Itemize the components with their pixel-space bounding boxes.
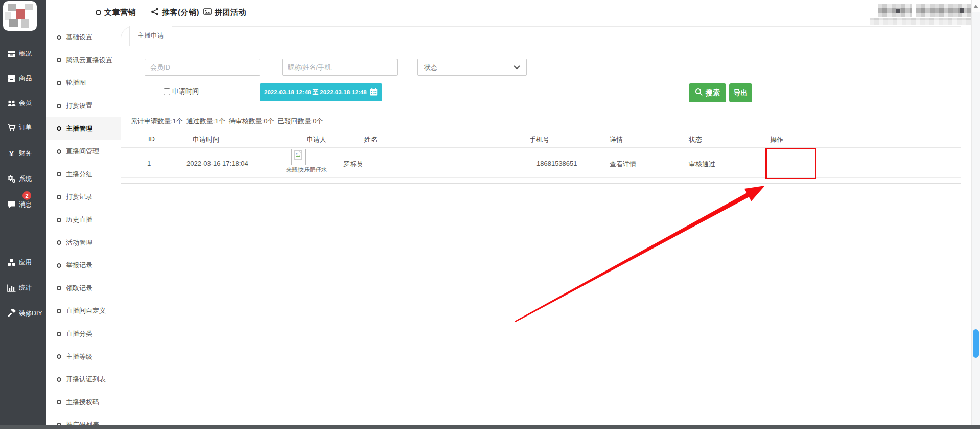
main-sidebar: 概况 商品 会员 订单 ¥ 财务 系统 消息 2 应用 xyxy=(0,0,46,429)
nav-item-label: 推客(分销) xyxy=(162,8,199,17)
blur-speck xyxy=(896,9,900,13)
scrollbar-thumb[interactable] xyxy=(973,329,979,358)
search-button-label: 搜索 xyxy=(706,88,720,98)
column-header-apply-time: 申请时间 xyxy=(193,135,219,144)
column-header-detail: 详情 xyxy=(610,135,623,144)
submenu-item-carousel[interactable]: 轮播图 xyxy=(46,72,121,95)
column-header-status: 状态 xyxy=(689,135,702,144)
column-header-phone: 手机号 xyxy=(529,135,549,144)
view-detail-link[interactable]: 查看详情 xyxy=(610,160,636,169)
submenu-item-report-records[interactable]: 举报记录 xyxy=(46,254,121,277)
submenu-item-label: 直播间管理 xyxy=(66,147,99,156)
submenu-item-anchor-auth-code[interactable]: 主播授权码 xyxy=(46,391,121,414)
summary-total: 累计申请数量:1个 xyxy=(131,117,183,126)
apply-time-checkbox[interactable] xyxy=(164,88,170,95)
chart-icon xyxy=(7,284,16,292)
status-select[interactable]: 状态 xyxy=(417,59,527,76)
blurred-user-info[interactable] xyxy=(916,4,980,17)
search-button[interactable]: 搜索 xyxy=(689,83,726,102)
summary-rejected: 已驳回数量:0个 xyxy=(278,117,323,126)
share-icon xyxy=(151,8,159,17)
table-row-divider xyxy=(106,177,961,178)
sidebar-item-decoration-diy[interactable]: 装修DIY xyxy=(0,308,46,319)
yen-icon: ¥ xyxy=(7,149,16,158)
circle-icon xyxy=(96,10,101,15)
app-logo xyxy=(3,1,37,31)
circle-icon xyxy=(57,263,61,268)
sidebar-item-members[interactable]: 会员 xyxy=(0,97,46,108)
table-bottom-divider xyxy=(106,183,961,184)
circle-icon xyxy=(57,126,61,131)
apply-time-filter[interactable]: 申请时间 xyxy=(164,85,199,98)
submenu-item-reward-records[interactable]: 打赏记录 xyxy=(46,186,121,209)
sidebar-item-label: 系统 xyxy=(19,175,32,184)
sidebar-item-label: 应用 xyxy=(19,258,32,267)
sidebar-item-orders[interactable]: 订单 xyxy=(0,122,46,133)
cubes-icon xyxy=(7,258,16,267)
blurred-user-avatar[interactable] xyxy=(878,4,912,17)
submenu-item-anchor-management[interactable]: 主播管理 xyxy=(46,117,121,140)
sidebar-item-label: 商品 xyxy=(19,74,32,83)
submenu-item-label: 历史直播 xyxy=(66,215,92,224)
date-range-button[interactable]: 2022-03-18 12:48 至 2022-03-18 12:48 xyxy=(260,83,382,101)
submenu-item-activity-management[interactable]: 活动管理 xyxy=(46,231,121,254)
sidebar-item-overview[interactable]: 概况 xyxy=(0,48,46,59)
blur-speck xyxy=(960,8,964,13)
sidebar-item-system[interactable]: 系统 xyxy=(0,173,46,185)
submenu-item-label: 腾讯云直播设置 xyxy=(66,56,112,65)
submenu-item-basic-settings[interactable]: 基础设置 xyxy=(46,26,121,49)
circle-icon xyxy=(57,172,61,176)
submenu-item-tencent-live-settings[interactable]: 腾讯云直播设置 xyxy=(46,49,121,72)
submenu-item-anchor-level[interactable]: 主播等级 xyxy=(46,345,121,368)
cell-status: 审核通过 xyxy=(689,160,715,169)
sidebar-item-products[interactable]: 商品 xyxy=(0,73,46,84)
sidebar-item-label: 概况 xyxy=(19,50,32,58)
nav-item-distribution[interactable]: 推客(分销) xyxy=(151,0,199,25)
submenu-item-label: 领取记录 xyxy=(66,284,92,293)
cell-applicant: 来瓶快乐肥仔水 xyxy=(286,149,335,174)
sidebar-item-finance[interactable]: ¥ 财务 xyxy=(0,148,46,159)
sidebar-item-apps[interactable]: 应用 xyxy=(0,257,46,268)
nav-item-label: 文章营销 xyxy=(104,8,136,17)
submenu-item-anchor-dividend[interactable]: 主播分红 xyxy=(46,163,121,186)
member-id-input[interactable] xyxy=(145,59,260,76)
blurred-user-subinfo xyxy=(870,18,980,25)
submenu-item-label: 开播认证列表 xyxy=(66,375,106,384)
sidebar-item-messages[interactable]: 消息 xyxy=(0,199,46,210)
annotation-red-box xyxy=(765,148,816,179)
submenu-item-label: 举报记录 xyxy=(66,261,92,270)
submenu-item-liveroom-management[interactable]: 直播间管理 xyxy=(46,140,121,163)
app-window: 概况 商品 会员 订单 ¥ 财务 系统 消息 2 应用 xyxy=(0,0,980,429)
circle-icon xyxy=(57,35,61,40)
submenu-item-label: 主播管理 xyxy=(66,124,92,133)
circle-icon xyxy=(57,309,61,313)
submenu-item-label: 基础设置 xyxy=(66,33,92,42)
summary-passed: 通过数量:1个 xyxy=(186,117,225,126)
apply-time-label: 申请时间 xyxy=(172,87,199,96)
submenu-item-claim-records[interactable]: 领取记录 xyxy=(46,277,121,300)
content-top-border xyxy=(121,26,961,39)
sidebar-item-statistics[interactable]: 统计 xyxy=(0,282,46,293)
tab-anchor-application[interactable]: 主播申请 xyxy=(129,26,172,46)
submenu-item-liveroom-custom[interactable]: 直播间自定义 xyxy=(46,300,121,323)
nav-item-article-marketing[interactable]: 文章营销 xyxy=(96,0,136,25)
submenu-item-live-auth-list[interactable]: 开播认证列表 xyxy=(46,368,121,391)
export-button[interactable]: 导出 xyxy=(729,83,752,102)
vertical-scrollbar[interactable] xyxy=(971,0,980,425)
submenu-item-label: 打赏设置 xyxy=(66,101,92,110)
scrollbar-up-button[interactable] xyxy=(972,0,980,12)
submenu-item-live-category[interactable]: 直播分类 xyxy=(46,323,121,346)
date-range-text: 2022-03-18 12:48 至 2022-03-18 12:48 xyxy=(264,88,367,96)
circle-icon xyxy=(57,332,61,336)
nickname-name-phone-input[interactable] xyxy=(282,59,398,76)
sidebar-item-label: 装修DIY xyxy=(19,309,42,318)
nav-item-label: 拼团活动 xyxy=(215,8,246,17)
column-header-id: ID xyxy=(148,135,155,143)
submenu-item-live-history[interactable]: 历史直播 xyxy=(46,209,121,232)
circle-icon xyxy=(57,286,61,290)
nav-item-group-activity[interactable]: 拼团活动 xyxy=(203,0,246,25)
image-icon xyxy=(203,8,212,17)
circle-icon xyxy=(57,58,61,62)
export-button-label: 导出 xyxy=(734,88,748,98)
submenu-item-reward-settings[interactable]: 打赏设置 xyxy=(46,95,121,118)
